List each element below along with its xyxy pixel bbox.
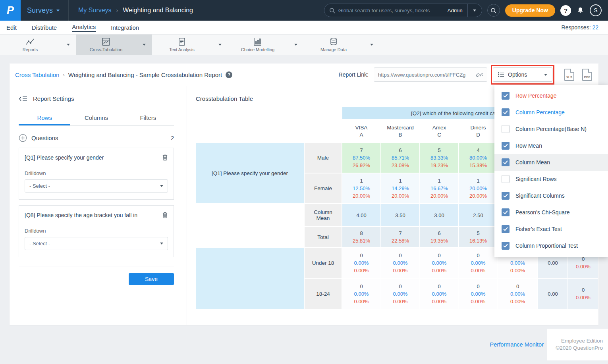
- questionpro-logo[interactable]: P: [0, 0, 21, 21]
- checkbox-significant-columns[interactable]: [502, 192, 510, 200]
- export-xls-button[interactable]: XLS: [564, 69, 574, 81]
- nav-item-integration[interactable]: Integration: [111, 21, 139, 34]
- option-column-mean[interactable]: Column Mean: [494, 154, 608, 171]
- toolbar-button-choice-modelling[interactable]: Choice Modelling: [228, 35, 288, 55]
- text-analysis-icon: [177, 37, 187, 46]
- nav-item-edit[interactable]: Edit: [6, 21, 17, 34]
- checkbox-row-percentage[interactable]: [502, 92, 510, 100]
- delete-question-button[interactable]: [162, 154, 168, 162]
- report-link-url[interactable]: https://www.questionpro.com/t/lFFCZg: [378, 72, 473, 78]
- cell-line: 7: [360, 147, 363, 153]
- select-value: - Select -: [29, 183, 50, 189]
- help-icon[interactable]: ?: [226, 71, 232, 78]
- crosstab-cell: 787.50%26.92%: [342, 143, 380, 173]
- checkbox-row-mean[interactable]: [502, 142, 510, 150]
- tab-rows[interactable]: Rows: [19, 111, 70, 125]
- drilldown-select[interactable]: - Select -: [25, 179, 168, 193]
- search-scope-dropdown[interactable]: [467, 4, 482, 17]
- crosstab-cell: 00.00%0.00%: [381, 248, 419, 278]
- breadcrumb-my-surveys[interactable]: My Surveys: [78, 7, 112, 14]
- user-avatar[interactable]: S: [590, 4, 602, 16]
- line-chart-icon: [25, 37, 35, 46]
- tab-filters[interactable]: Filters: [122, 111, 174, 125]
- cell-line: 5: [438, 147, 440, 153]
- option-significant-columns[interactable]: Significant Columns: [494, 187, 608, 204]
- checkbox-column-percentage[interactable]: [502, 108, 510, 116]
- cell-line: 20.00%: [392, 193, 409, 199]
- toolbar-button-text-analysis[interactable]: Text Analysis: [152, 35, 212, 55]
- global-search[interactable]: Admin: [324, 4, 482, 17]
- toolbar-item-text-analysis: Text Analysis: [152, 35, 228, 55]
- option-row-percentage[interactable]: Row Percentage: [494, 87, 608, 104]
- breadcrumb-current-survey: Weighting and Balancing: [123, 7, 193, 14]
- add-question-icon[interactable]: [19, 134, 27, 142]
- select-value: - Select -: [29, 241, 50, 247]
- option-column-percentage[interactable]: Column Percentage: [494, 104, 608, 121]
- checkbox-column-mean[interactable]: [502, 158, 510, 166]
- toolbar-button-cross-tabulation[interactable]: Cross-Tabulation: [76, 35, 136, 55]
- toolbar-caret-text-analysis[interactable]: [212, 35, 228, 55]
- footer: Performance Monitor Employee Edition ©20…: [0, 325, 608, 364]
- save-button[interactable]: Save: [129, 273, 174, 285]
- toolbar-caret-manage-data[interactable]: [364, 35, 379, 55]
- product-switcher[interactable]: Surveys: [21, 0, 68, 21]
- toolbar-caret-reports[interactable]: [60, 35, 76, 55]
- nav-item-distribute[interactable]: Distribute: [32, 21, 57, 34]
- cell-line: 0.00%: [354, 299, 369, 304]
- crosstab-cell: 2.50: [459, 204, 497, 226]
- option-label: Row Percentage: [515, 92, 557, 99]
- cell-line: 0.00%: [432, 299, 447, 304]
- crosstab-cell: 619.35%: [420, 227, 458, 247]
- drilldown-select[interactable]: - Select -: [25, 237, 168, 250]
- checkbox-significant-rows[interactable]: [502, 175, 510, 183]
- tab-columns[interactable]: Columns: [70, 111, 122, 125]
- toolbar-button-manage-data[interactable]: Manage Data: [303, 35, 364, 55]
- upgrade-now-button[interactable]: Upgrade Now: [505, 4, 555, 17]
- top-navbar: P Surveys My Surveys › Weighting and Bal…: [0, 0, 608, 21]
- cell-line: 23.08%: [392, 162, 409, 168]
- checkbox-fisher-s-exact-test[interactable]: [502, 225, 510, 233]
- toolbar-button-reports[interactable]: Reports: [0, 35, 60, 55]
- global-search-input[interactable]: [335, 8, 448, 13]
- options-button[interactable]: Options: [493, 67, 552, 82]
- option-column-percentage-base-n[interactable]: Column Percentage(Base N): [494, 121, 608, 137]
- cell-line: 0.00%: [393, 268, 408, 273]
- cell-line: 12.50%: [353, 185, 370, 191]
- checkbox-column-proportional-test[interactable]: [502, 242, 510, 250]
- cell-line: 0: [399, 283, 401, 289]
- checkbox-column-percentage-base-n[interactable]: [502, 125, 510, 133]
- column-header-visa: VISAA: [342, 120, 380, 142]
- option-column-proportional-test[interactable]: Column Proportional Test: [494, 237, 608, 254]
- option-fisher-s-exact-test[interactable]: Fisher's Exact Test: [494, 221, 608, 237]
- toolbar-caret-choice-modelling[interactable]: [288, 35, 303, 55]
- search-scope-admin[interactable]: Admin: [448, 8, 467, 13]
- cell-line: 0.00%: [354, 268, 369, 273]
- link-icon[interactable]: [476, 71, 483, 78]
- logo-letter: P: [7, 4, 14, 17]
- export-pdf-button[interactable]: PDF: [582, 69, 592, 81]
- cell-line: 2.50: [473, 212, 483, 218]
- delete-question-button[interactable]: [162, 212, 168, 220]
- option-pearson-s-chi-square[interactable]: Pearson's Chi-Square: [494, 204, 608, 221]
- nav-item-analytics[interactable]: Analytics: [72, 21, 96, 34]
- toolbar-caret-cross-tabulation[interactable]: [136, 35, 152, 55]
- cell-line: 0: [360, 252, 363, 258]
- question-card-top: [Q8] Please specify the age bracket you …: [25, 212, 168, 220]
- search-submit-button[interactable]: [487, 4, 500, 17]
- cell-line: 0: [477, 252, 479, 258]
- product-label: Surveys: [27, 6, 53, 15]
- cell-line: 4: [477, 147, 479, 153]
- chevron-down-icon: [544, 74, 547, 76]
- help-icon[interactable]: ?: [560, 5, 571, 16]
- report-link-field[interactable]: https://www.questionpro.com/t/lFFCZg: [374, 67, 487, 82]
- question-card-top: [Q1] Please specify your gender: [25, 154, 168, 162]
- collapse-panel-icon[interactable]: [19, 96, 27, 102]
- option-row-mean[interactable]: Row Mean: [494, 137, 608, 154]
- performance-monitor-link[interactable]: Performance Monitor: [490, 341, 544, 348]
- crosstab-cell: 722.58%: [381, 227, 419, 247]
- checkbox-pearson-s-chi-square[interactable]: [502, 208, 510, 216]
- cross-tabulation-link[interactable]: Cross Tabulation: [15, 71, 59, 78]
- chevron-down-icon: [370, 44, 373, 46]
- notifications-bell-icon[interactable]: [576, 6, 585, 15]
- option-significant-rows[interactable]: Significant Rows: [494, 171, 608, 187]
